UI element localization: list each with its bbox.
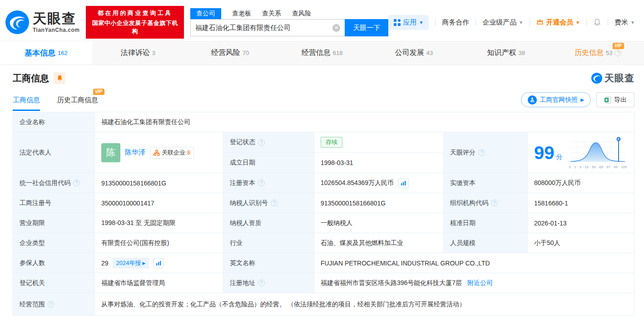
tianyancha-logo[interactable]: 天眼查 TianYanCha.com [5,10,79,34]
notification-bell[interactable] [593,18,601,26]
vip-badge: VIP [93,89,104,95]
business-info-section: 工商信息 天眼查 工商信息 VIP 历史工商信息 [0,72,644,316]
search-tab-company[interactable]: 查公司 [190,8,221,19]
apps-label: 应用 [403,18,416,27]
tab-label: 基本信息 [25,48,55,58]
tab-company-development[interactable]: 公司发展 43 [368,41,460,65]
establish-date-label: 成立日期 [223,153,314,173]
related-companies-badge[interactable]: 关联企业 8 [150,147,194,159]
bell-icon [593,18,601,26]
subtab-label: 历史工商信息 [57,96,98,104]
enterprise-product-menu[interactable]: 企业级产品 ▼ [482,18,523,27]
clear-search-icon[interactable]: ✕ [332,24,340,32]
chevron-down-icon: ▼ [575,20,580,25]
help-icon[interactable] [258,180,265,186]
reg-status-label-cell: 登记状态 [223,132,314,153]
table-row: 营业期限 1998-03-31 至 无固定期限 纳税人资质 一般纳税人 核准日期… [13,213,634,233]
score-cell[interactable]: 99 分 [528,132,634,173]
slogan-line1: 都在用的商业查询工具 [90,9,179,17]
reg-capital-value: 1026504.854369万人民币 [321,179,394,187]
crown-icon [536,19,544,26]
org-code-label: 组织机构代码 [450,199,488,207]
chevron-right-icon: ▶ [580,97,584,102]
english-name-label: 英文名称 [223,253,314,273]
snapshot-label: 工商官网快照 [540,96,578,104]
staff-size-label: 人员规模 [444,233,528,253]
user-menu[interactable]: 费米 ▼ [614,18,635,27]
nearby-companies-link[interactable]: 附近公司 [467,279,493,286]
chevron-down-icon: ▼ [419,20,423,25]
subscribe-bell-button[interactable] [54,72,65,84]
tab-operating-risk[interactable]: 经营风险 70 [184,41,276,65]
tab-basic-info[interactable]: 基本信息 162 [0,41,92,65]
reg-address-cell: 福建省福州市晋安区塔头路396号能化科技大厦7层 附近公司 [314,273,634,293]
insured-trend-button[interactable] [153,258,164,268]
tab-label: 公司发展 [395,48,424,58]
legal-rep-name-link[interactable]: 陈华泽 [125,148,145,157]
tab-count: 38 [518,50,525,56]
tab-label: 知识产权 [487,48,516,58]
avatar[interactable]: 陈 [101,143,120,162]
table-row: 企业名称 福建石油化工集团有限责任公司 [13,112,634,132]
top-nav: 应用 ▼ 商务合作 企业级产品 ▼ 开通会员 ▼ 费米 ▼ [388,15,635,30]
slogan-line2: 国家中小企业发展子基金旗下机构 [90,19,179,35]
tab-label: 经营风险 [211,48,240,58]
org-network-icon [154,150,160,156]
score-unit: 分 [556,153,562,160]
tab-label: 经营信息 [302,48,331,58]
help-icon[interactable] [258,280,265,286]
paid-capital-label: 实缴资本 [444,173,528,193]
credit-code-label-cell: 统一社会信用代码 [13,173,95,193]
help-icon[interactable] [48,301,54,308]
insured-count-value: 29 [101,260,109,267]
search-tab-boss[interactable]: 查老板 [232,8,251,19]
related-companies-count: 8 [187,149,190,156]
help-icon[interactable] [258,139,265,146]
taxpayer-id-label-cell: 纳税人识别号 [223,193,314,213]
reg-capital-label: 注册资本 [230,179,255,187]
help-icon[interactable] [73,180,80,186]
help-icon[interactable] [614,50,621,56]
reg-address-value: 福建省福州市晋安区塔头路396号能化科技大厦7层 [321,279,462,286]
subtab-history-business-info[interactable]: VIP 历史工商信息 [57,96,98,111]
help-icon[interactable] [271,200,277,206]
table-row: 登记机关 福建省市场监督管理局 注册地址 福建省福州市晋安区塔头路396号能化科… [13,273,634,293]
business-scope-value: 从事对炼油、化工的投资开发；化工产品（不含危险品）的经营。 （依法须经批准的项目… [95,293,634,316]
score-label-cell: 天眼评分 [444,132,528,173]
search-box: ✕ [190,19,345,36]
tab-history-info[interactable]: VIP 历史信息 53 [552,41,644,65]
tab-count: 53 [606,50,612,56]
tab-legal-proceedings[interactable]: 法律诉讼 3 [92,41,184,65]
reg-authority-value: 福建省市场监督管理局 [95,273,223,293]
search-input[interactable] [195,24,332,32]
approval-date-value: 2026-01-13 [528,213,634,233]
business-term-value: 1998-03-31 至 无固定期限 [95,213,223,233]
search-tab-relation[interactable]: 查关系 [262,8,281,19]
tab-intellectual-property[interactable]: 知识产权 38 [460,41,552,65]
help-icon[interactable] [491,200,498,206]
apps-menu[interactable]: 应用 ▼ [388,15,429,30]
official-snapshot-button[interactable]: 工商官网快照 ▶ [521,92,591,107]
export-label: 导出 [614,96,627,104]
table-row: 工商注册号 350000100001417 纳税人识别号 91350000158… [13,193,634,213]
legal-rep-label: 法定代表人 [13,132,95,173]
help-icon[interactable] [478,149,485,156]
export-button[interactable]: 导出 [596,92,634,107]
paid-capital-value: 808000万人民币 [528,173,634,193]
reg-address-label: 注册地址 [230,279,255,287]
business-cooperation-link[interactable]: 商务合作 [442,18,469,27]
search-tab-risk[interactable]: 查风险 [292,8,311,19]
tianyancha-watermark: 天眼查 [591,72,634,85]
business-info-table: 企业名称 福建石油化工集团有限责任公司 法定代表人 陈 陈华泽 [13,112,634,316]
annual-report-tag[interactable]: 2024年报 ▶ [113,258,149,269]
logo-domain: TianYanCha.com [33,27,79,33]
open-vip-menu[interactable]: 开通会员 ▼ [536,18,580,27]
search-button[interactable]: 天眼一下 [345,19,388,36]
taxpayer-id-label: 纳税人识别号 [230,199,268,207]
bar-chart-icon [401,180,406,186]
subtab-business-info[interactable]: 工商信息 [13,96,40,111]
chevron-right-icon: ▶ [143,261,146,265]
tab-operating-info[interactable]: 经营信息 618 [276,41,368,65]
company-name-label: 企业名称 [13,112,95,132]
capital-trend-button[interactable] [398,178,409,188]
